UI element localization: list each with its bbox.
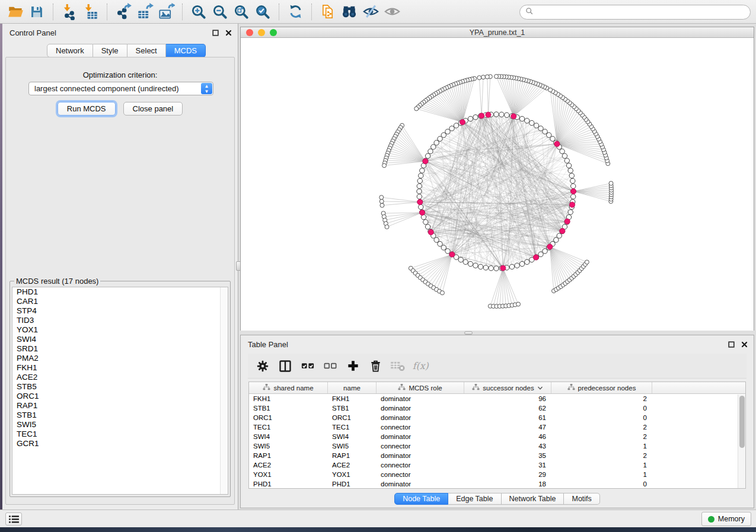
table-cell: 46 (464, 432, 551, 441)
zoom-in-icon[interactable] (188, 2, 209, 21)
column-header-successor-nodes[interactable]: successor nodes (464, 382, 551, 393)
open-file-icon[interactable] (5, 2, 26, 21)
toolbar-separator (311, 4, 312, 20)
mcds-result-item[interactable]: STB1 (12, 411, 228, 420)
split-view-icon[interactable] (276, 357, 294, 375)
mcds-result-item[interactable]: STB5 (12, 382, 228, 392)
table-tabbar: Node TableEdge TableNetwork TableMotifs (394, 493, 600, 505)
tab-style[interactable]: Style (93, 44, 127, 57)
table-cell: FKH1 (328, 394, 377, 403)
table-cell: SWI5 (328, 441, 377, 451)
mcds-result-item[interactable]: STP4 (12, 306, 228, 316)
mcds-result-item[interactable]: SWI5 (12, 420, 228, 430)
add-column-icon[interactable] (344, 357, 362, 375)
table-cell: TEC1 (328, 422, 377, 432)
run-mcds-button[interactable]: Run MCDS (58, 102, 116, 116)
zoom-out-icon[interactable] (209, 2, 231, 21)
memory-status-dot (708, 516, 714, 523)
criterion-select[interactable]: largest connected component (undirected)… (28, 82, 213, 95)
mcds-result-item[interactable]: PMA2 (12, 354, 228, 363)
mcds-result-item[interactable]: SRD1 (12, 344, 228, 354)
import-table-icon[interactable] (80, 2, 101, 21)
task-history-button[interactable] (5, 512, 22, 525)
toolbar-separator (182, 4, 183, 20)
tab-node-table[interactable]: Node Table (394, 493, 448, 505)
mcds-result-item[interactable]: RAP1 (12, 401, 228, 411)
network-canvas[interactable] (241, 39, 754, 331)
column-header-predecessor-nodes[interactable]: predecessor nodes (551, 382, 652, 393)
float-panel-icon[interactable] (212, 29, 219, 38)
float-panel-icon[interactable] (728, 341, 735, 350)
table-scrollbar-thumb[interactable] (739, 396, 745, 448)
close-window-icon[interactable] (246, 29, 253, 36)
select-all-icon[interactable] (299, 357, 317, 375)
table-cell: dominator (377, 479, 464, 489)
mcds-result-item[interactable]: PHD1 (12, 287, 228, 297)
table-scrollbar[interactable] (738, 395, 745, 488)
mcds-result-item[interactable]: CAR1 (12, 297, 228, 306)
tab-mcds[interactable]: MCDS (166, 44, 206, 57)
export-table-icon[interactable] (134, 2, 155, 21)
table-cell: ORC1 (328, 413, 377, 422)
tab-network-table[interactable]: Network Table (502, 493, 564, 505)
tab-motifs[interactable]: Motifs (564, 493, 599, 505)
mcds-result-item[interactable]: YOX1 (12, 325, 228, 335)
tab-network[interactable]: Network (47, 44, 93, 57)
import-network-icon[interactable] (59, 2, 80, 21)
tab-edge-table[interactable]: Edge Table (448, 493, 501, 505)
mcds-result-item[interactable]: ORC1 (12, 392, 228, 401)
network-window-titlebar[interactable]: YPA_prune.txt_1 (241, 27, 754, 38)
table-row[interactable]: RAP1RAP1dominator352 (249, 451, 745, 460)
mcds-result-item[interactable]: FKH1 (12, 363, 228, 373)
find-icon[interactable] (339, 2, 360, 21)
control-panel-header: Control Panel (2, 24, 238, 40)
table-row[interactable]: YOX1YOX1connector291 (249, 470, 745, 479)
mcds-result-list[interactable]: PHD1CAR1STP4TID3YOX1SWI4SRD1PMA2FKH1ACE2… (12, 287, 228, 495)
table-row[interactable]: PHD1PHD1dominator180 (249, 479, 745, 489)
memory-button[interactable]: Memory (701, 512, 751, 526)
table-row[interactable]: SWI5SWI5connector431 (249, 441, 745, 451)
mcds-result-item[interactable]: GCR1 (12, 439, 228, 448)
save-session-icon[interactable] (26, 2, 47, 21)
close-panel-button[interactable]: Close panel (123, 102, 183, 116)
column-header-shared-name[interactable]: shared name (249, 382, 328, 393)
table-row[interactable]: TEC1TEC1connector472 (249, 422, 745, 432)
table-cell: 35 (464, 451, 551, 460)
select-stepper-icon: ▲▼ (201, 83, 212, 94)
table-row[interactable]: SWI4SWI4dominator462 (249, 432, 745, 441)
mcds-result-item[interactable]: SWI4 (12, 335, 228, 344)
mcds-result-item[interactable]: TID3 (12, 316, 228, 325)
delete-column-icon[interactable] (366, 357, 384, 375)
search-input[interactable] (537, 8, 745, 17)
mcds-result-item[interactable]: ACE2 (12, 373, 228, 382)
table-row[interactable]: STB1STB1dominator620 (249, 403, 745, 413)
hide-selected-icon[interactable] (360, 2, 381, 21)
table-row[interactable]: FKH1FKH1dominator962 (249, 394, 745, 403)
zoom-window-icon[interactable] (270, 29, 277, 36)
zoom-fit-icon[interactable] (231, 2, 252, 21)
table-row[interactable]: ORC1ORC1dominator610 (249, 413, 745, 422)
minimize-window-icon[interactable] (258, 29, 265, 36)
export-network-icon[interactable] (113, 2, 134, 21)
sitemap-icon (263, 384, 270, 392)
column-header-name[interactable]: name (328, 382, 377, 393)
table-cell: dominator (377, 394, 464, 403)
tab-select[interactable]: Select (127, 44, 166, 57)
search-box[interactable] (519, 5, 751, 20)
export-image-icon[interactable] (155, 2, 177, 21)
deselect-all-icon[interactable] (321, 357, 339, 375)
mcds-result-item[interactable]: TEC1 (12, 430, 228, 439)
close-panel-icon[interactable] (741, 341, 748, 350)
table-row[interactable]: ACE2ACE2connector311 (249, 460, 745, 470)
clone-network-icon[interactable] (317, 2, 339, 21)
sitemap-icon (398, 384, 406, 392)
mcds-result-title: MCDS result (17 nodes) (14, 277, 100, 286)
zoom-selected-icon[interactable] (252, 2, 273, 21)
gear-icon[interactable] (254, 357, 272, 375)
show-all-icon[interactable] (381, 2, 403, 21)
mcds-list-scrollbar[interactable] (220, 287, 228, 494)
column-label: predecessor nodes (578, 384, 636, 392)
close-panel-icon[interactable] (225, 29, 232, 38)
column-header-MCDS-role[interactable]: MCDS role (377, 382, 464, 393)
refresh-icon[interactable] (285, 2, 306, 21)
